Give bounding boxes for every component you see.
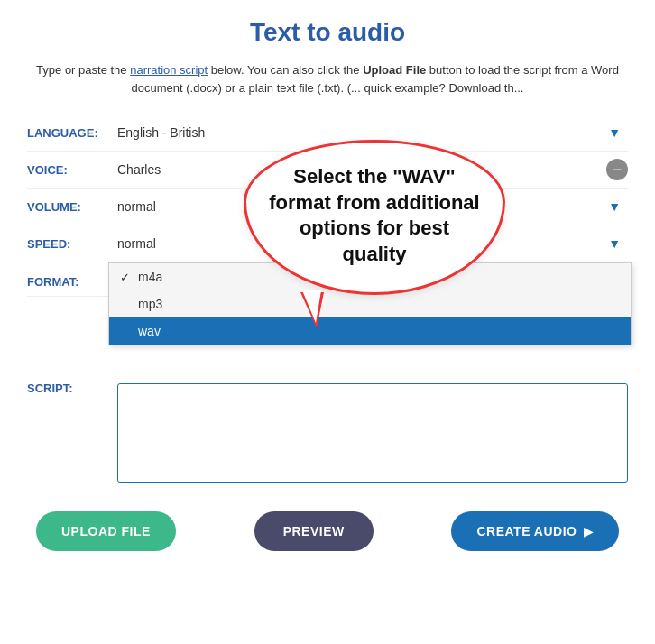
bottom-bar: UPLOAD FILE PREVIEW CREATE Audio bbox=[27, 511, 628, 551]
format-label: FORMAT: bbox=[27, 270, 108, 289]
tooltip-text: Select the "WAV" format from additional … bbox=[269, 165, 479, 265]
upload-file-button[interactable]: UPLOAD FILE bbox=[36, 511, 176, 551]
format-option-mp3-label: mp3 bbox=[138, 297, 162, 311]
format-option-wav[interactable]: wav bbox=[109, 317, 631, 345]
create-audio-button[interactable]: CREATE Audio bbox=[451, 511, 619, 551]
preview-button[interactable]: PREVIEW bbox=[254, 511, 374, 551]
speed-dropdown-arrow[interactable]: ▼ bbox=[601, 233, 628, 254]
language-dropdown-arrow[interactable]: ▼ bbox=[601, 122, 628, 143]
volume-dropdown-arrow[interactable]: ▼ bbox=[601, 196, 628, 217]
format-check-m4a: ✓ bbox=[120, 271, 133, 284]
speed-label: SPEED: bbox=[27, 237, 108, 251]
voice-minus-button[interactable]: − bbox=[606, 159, 628, 180]
narration-script-link[interactable]: narration script bbox=[130, 63, 208, 77]
language-label: LANGUAGE: bbox=[27, 126, 108, 140]
format-option-m4a-label: m4a bbox=[138, 270, 162, 284]
script-textarea[interactable] bbox=[117, 383, 628, 483]
language-value: English - British bbox=[108, 125, 601, 140]
script-label: SCRIPT: bbox=[27, 376, 108, 395]
page-title: Text to audio bbox=[27, 18, 628, 47]
voice-label: VOICE: bbox=[27, 163, 108, 177]
volume-label: VOLUME: bbox=[27, 200, 108, 214]
script-row: SCRIPT: bbox=[27, 369, 628, 493]
format-option-wav-label: wav bbox=[138, 324, 161, 338]
page-description: Type or paste the narration script below… bbox=[27, 61, 628, 97]
